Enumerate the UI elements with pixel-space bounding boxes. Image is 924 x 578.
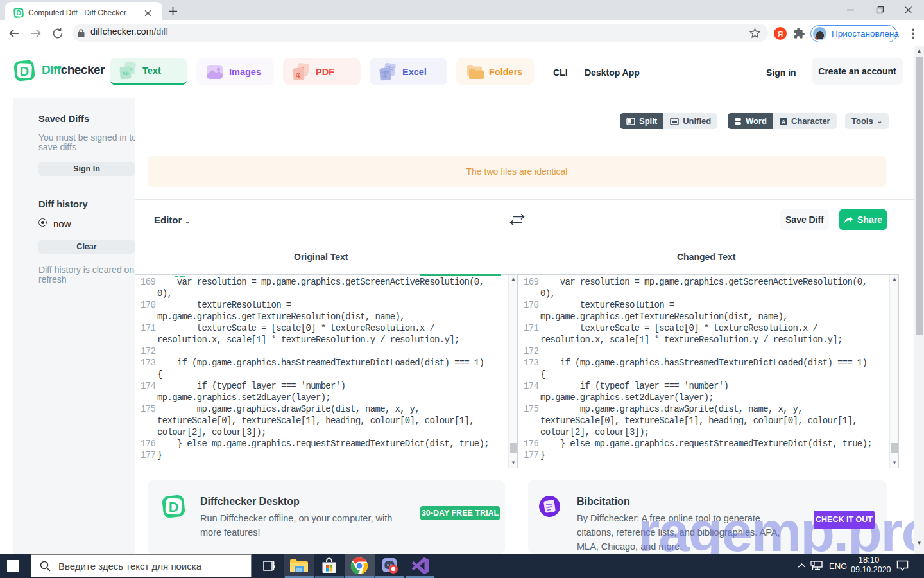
- svg-text:D: D: [169, 499, 179, 515]
- svg-text:D: D: [20, 64, 29, 78]
- svg-text:Ab: Ab: [122, 71, 129, 77]
- svg-text:D: D: [16, 10, 21, 17]
- svg-text:A: A: [782, 118, 786, 125]
- svg-text:Я: Я: [778, 30, 783, 39]
